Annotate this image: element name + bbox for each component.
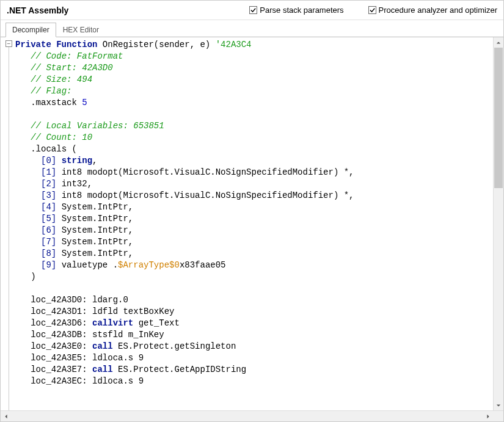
instr-op: ldloca.s 9 [92,376,144,386]
check-icon [368,6,376,14]
kw-function: Function [56,40,97,49]
local-type: string [62,156,92,166]
local-idx: [7] [41,237,56,247]
local-type-suffix: x83faae05 [180,260,226,270]
vertical-scrollbar[interactable] [493,37,503,410]
instr-arg: ES.Protect.GetAppIDString [118,365,246,374]
local-type: System.IntPtr, [62,237,134,247]
tab-bar: Decompiler HEX Editor [1,20,503,37]
instr-addr: loc_42A3E0: [31,341,87,351]
comment: // Flag: [31,86,71,96]
fold-gutter: − [1,37,14,410]
page-title: .NET Assembly [7,5,68,15]
local-idx: [6] [41,225,56,235]
locals-open: ( [71,144,76,154]
instr-addr: loc_42A3D6: [31,318,87,328]
local-type: int32, [62,179,92,189]
tab-decompiler[interactable]: Decompiler [5,23,56,37]
maxstack-val: 5 [82,98,87,107]
instr-op: ldfld textBoxKey [92,307,174,316]
scroll-left-arrow-icon[interactable] [1,411,11,421]
options-group: Parse stack parameters Procedure analyze… [249,5,497,15]
code-area: − Private Function OnRegister(sender, e)… [1,37,503,410]
parse-stack-checkbox[interactable]: Parse stack parameters [249,5,343,15]
func-addr: '42A3C4 [216,40,252,49]
instr-addr: loc_42A3D0: [31,295,87,305]
instr-arg: get_Text [139,318,180,328]
instr-addr: loc_42A3D1: [31,307,87,316]
scroll-down-arrow-icon[interactable] [494,400,503,410]
collapse-icon[interactable]: − [5,40,12,47]
instr-op: call [92,365,113,374]
local-type: System.IntPtr, [62,225,134,235]
scroll-track[interactable] [11,411,483,421]
local-idx: [1] [41,167,56,177]
header-bar: .NET Assembly Parse stack parameters Pro… [1,1,503,20]
local-type: int8 modopt(Microsoft.VisualC.NoSignSpec… [62,191,354,200]
proc-analyzer-checkbox[interactable]: Procedure analyzer and optimizer [368,5,497,15]
instr-addr: loc_42A3E5: [31,353,87,363]
instr-op: callvirt [92,318,133,328]
comment: // Code: FatFormat [31,51,123,61]
local-idx: [2] [41,179,56,189]
local-idx: [9] [41,260,56,270]
local-idx: [5] [41,214,56,224]
instr-op: ldloca.s 9 [92,353,144,363]
fold-line [9,47,9,410]
func-name: OnRegister [103,40,154,49]
instr-arg: ES.Protect.getSingleton [118,341,236,351]
code-content[interactable]: Private Function OnRegister(sender, e) '… [14,37,493,410]
local-type: int8 modopt(Microsoft.VisualC.NoSignSpec… [62,167,354,177]
local-type: valuetype . [62,260,118,270]
locals-close: ) [31,272,35,282]
local-idx: [4] [41,202,56,212]
instr-addr: loc_42A3E7: [31,365,87,374]
horizontal-scrollbar[interactable] [1,410,503,421]
scroll-corner [493,411,503,421]
comment: // Local Variables: 653851 [31,121,164,131]
tab-hex-editor[interactable]: HEX Editor [56,23,106,37]
scroll-right-arrow-icon[interactable] [483,411,493,421]
kw-private: Private [15,40,51,49]
instr-addr: loc_42A3EC: [31,376,87,386]
instr-op: ldarg.0 [92,295,128,305]
comment: // Start: 42A3D0 [31,63,112,73]
special-type: $ArrayType$0 [118,260,180,270]
local-type: System.IntPtr, [62,214,134,224]
comment: // Size: 494 [31,75,92,84]
scroll-up-arrow-icon[interactable] [494,37,503,48]
check-icon [249,6,257,14]
local-idx: [8] [41,249,56,258]
proc-analyzer-label: Procedure analyzer and optimizer [379,5,497,15]
parse-stack-label: Parse stack parameters [260,5,343,15]
func-params: (sender, e) [154,40,210,49]
local-idx: [0] [41,156,56,166]
comment: // Count: 10 [31,133,92,142]
maxstack-kw: .maxstack [31,98,77,107]
local-type: System.IntPtr, [62,249,134,258]
local-type: System.IntPtr, [62,202,134,212]
scroll-thumb[interactable] [494,48,503,188]
local-idx: [3] [41,191,56,200]
instr-op: call [92,341,113,351]
locals-kw: .locals [31,144,67,154]
instr-addr: loc_42A3DB: [31,330,87,340]
instr-op: stsfld m_InKey [92,330,164,340]
